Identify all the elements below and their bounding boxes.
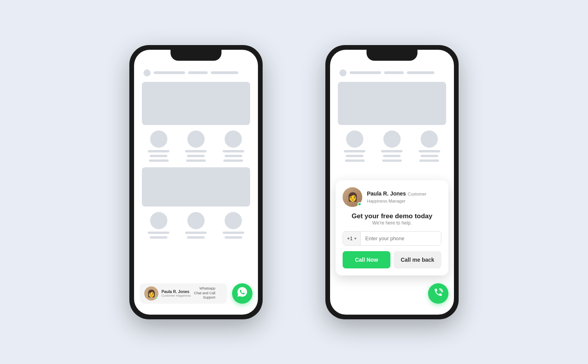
- skeleton-row-3: [338, 130, 446, 162]
- skeleton-circle-8: [383, 130, 401, 148]
- agent-cta: Whatsapp Chat and Call Support: [194, 286, 216, 300]
- nav-bar-2-3: [407, 71, 434, 74]
- popup-online-indicator: [358, 202, 361, 206]
- phone-call-icon: [434, 288, 443, 299]
- whatsapp-icon: [237, 286, 248, 300]
- skeleton-text-8b: [383, 155, 401, 157]
- skeleton-text-3a: [223, 150, 244, 152]
- popup-headline: Get your free demo today We're here to h…: [343, 212, 441, 226]
- skeleton-text-2b: [187, 155, 205, 157]
- phone-2-notch: [367, 50, 417, 61]
- subtext: We're here to help.: [343, 220, 441, 226]
- skeleton-text-2a: [185, 150, 207, 152]
- agent-info-1: Paula R. Jones Customer Happiness: [162, 290, 191, 297]
- skeleton-text-1c: [149, 159, 169, 162]
- whatsapp-fab[interactable]: [232, 283, 252, 304]
- phone-2-frame: 👩 Paula R. Jones Customer Happiness Mana…: [325, 45, 459, 319]
- skeleton-circle-9: [421, 130, 438, 148]
- skeleton-text-2c: [186, 159, 206, 162]
- nav-bar-2: [188, 71, 208, 74]
- popup-agent-name: Paula R. Jones: [367, 190, 406, 197]
- skeleton-text-6a: [223, 232, 244, 234]
- action-buttons: Call Now Call me back: [343, 251, 441, 268]
- agent-role-1: Customer Happiness: [162, 294, 191, 297]
- phone-2-screen: 👩 Paula R. Jones Customer Happiness Mana…: [330, 50, 454, 315]
- nav-bar-2-1: [350, 71, 381, 74]
- nav-bar-1: [154, 71, 185, 74]
- agent-avatar-1: 👩: [144, 286, 158, 301]
- phone-1-content: [134, 50, 258, 246]
- popup-agent-row: 👩 Paula R. Jones Customer Happiness Mana…: [343, 187, 441, 207]
- skeleton-hero-2: [142, 167, 250, 206]
- skeleton-text-9c: [419, 159, 439, 162]
- skeleton-hero-1: [142, 82, 250, 125]
- skeleton-circle-4: [150, 212, 167, 229]
- skeleton-text-3b: [225, 155, 242, 157]
- agent-chip[interactable]: 👩 Paula R. Jones Customer Happiness What…: [140, 283, 227, 304]
- popup-agent-info: Paula R. Jones Customer Happiness Manage…: [367, 190, 441, 204]
- skeleton-text-7a: [344, 150, 365, 152]
- cta-line2: Chat and Call: [194, 291, 216, 295]
- cta-line1: Whatsapp: [200, 286, 216, 290]
- nav-bar-2-2: [384, 71, 404, 74]
- skeleton-text-7c: [345, 159, 365, 162]
- call-back-button[interactable]: Call me back: [394, 251, 441, 268]
- skeleton-card-8: [375, 130, 408, 162]
- phone-1-bottom-widget: 👩 Paula R. Jones Customer Happiness What…: [140, 283, 252, 304]
- agent-name-1: Paula R. Jones: [162, 290, 191, 294]
- phone-1-notch: [171, 50, 221, 61]
- popup-card: 👩 Paula R. Jones Customer Happiness Mana…: [336, 180, 448, 275]
- country-code-value: +1: [347, 235, 353, 241]
- skeleton-row-1: [142, 130, 250, 162]
- skeleton-circle-7: [346, 130, 363, 148]
- phone-number-input[interactable]: [361, 232, 441, 245]
- skeleton-text-9a: [419, 150, 440, 152]
- phone-input-row[interactable]: +1 ▾: [343, 231, 441, 246]
- skeleton-card-5: [179, 212, 212, 239]
- skeleton-text-7b: [346, 155, 363, 157]
- skeleton-text-1b: [150, 155, 167, 157]
- phone-2-fab[interactable]: [428, 283, 448, 304]
- skeleton-text-8c: [382, 159, 402, 162]
- skeleton-card-3: [217, 130, 250, 162]
- skeleton-circle-5: [187, 212, 205, 229]
- skeleton-circle-6: [225, 212, 242, 229]
- phone-2-content: [330, 50, 454, 170]
- nav-skeleton-1: [142, 69, 250, 76]
- skeleton-text-4b: [150, 236, 167, 239]
- skeleton-text-6b: [225, 236, 242, 239]
- skeleton-hero-3: [338, 82, 446, 125]
- headline-text: Get your free demo today: [343, 212, 441, 220]
- nav-skeleton-2: [338, 69, 446, 76]
- skeleton-circle-2: [187, 130, 205, 148]
- phone-1-screen: 👩 Paula R. Jones Customer Happiness What…: [134, 50, 258, 315]
- skeleton-row-2: [142, 212, 250, 239]
- phones-container: 👩 Paula R. Jones Customer Happiness What…: [129, 45, 459, 319]
- skeleton-text-8a: [381, 150, 403, 152]
- skeleton-text-1a: [148, 150, 169, 152]
- skeleton-card-7: [338, 130, 371, 162]
- chevron-down-icon: ▾: [354, 236, 356, 241]
- popup-agent-avatar: 👩: [343, 187, 362, 207]
- country-code-selector[interactable]: +1 ▾: [343, 232, 361, 245]
- nav-avatar-skeleton: [143, 69, 151, 76]
- cta-line3: Support: [203, 295, 216, 299]
- online-indicator-1: [155, 297, 158, 300]
- skeleton-card-2: [179, 130, 212, 162]
- skeleton-text-4a: [148, 232, 169, 234]
- skeleton-circle-3: [225, 130, 242, 148]
- call-now-button[interactable]: Call Now: [343, 251, 390, 268]
- nav-bar-3: [211, 71, 238, 74]
- skeleton-card-6: [217, 212, 250, 239]
- skeleton-text-3c: [223, 159, 243, 162]
- skeleton-text-5a: [185, 232, 207, 234]
- skeleton-circle-1: [150, 130, 167, 148]
- nav-avatar-skeleton-2: [339, 69, 347, 76]
- skeleton-card-9: [413, 130, 446, 162]
- skeleton-text-5b: [187, 236, 205, 239]
- skeleton-card-1: [142, 130, 175, 162]
- skeleton-card-4: [142, 212, 175, 239]
- phone-1-frame: 👩 Paula R. Jones Customer Happiness What…: [129, 45, 263, 319]
- skeleton-text-9b: [421, 155, 438, 157]
